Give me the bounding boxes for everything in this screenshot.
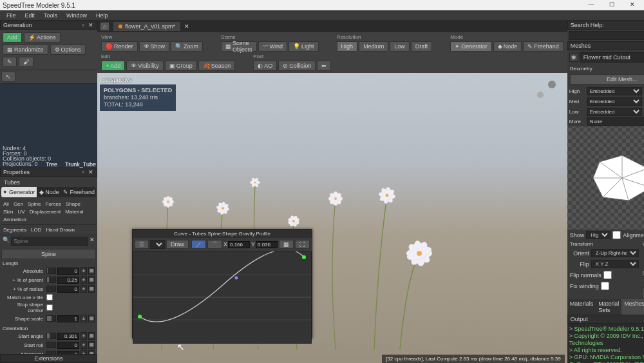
filter-forces[interactable]: Forces: [43, 201, 62, 208]
panel-close-icon[interactable]: ✕: [88, 22, 94, 28]
var-icon[interactable]: ±: [80, 267, 87, 275]
search-help-input[interactable]: [569, 31, 644, 40]
undock-icon[interactable]: ▫: [80, 169, 86, 175]
extensions-bar[interactable]: Extensions: [0, 354, 97, 363]
alignment-checkbox[interactable]: [612, 231, 621, 239]
ao-button[interactable]: ◐ AO: [253, 61, 277, 71]
curve-y-input[interactable]: [256, 241, 278, 248]
minimize-button[interactable]: —: [582, 1, 600, 10]
filter-spine[interactable]: Spine: [26, 201, 43, 208]
lod-more-select[interactable]: None: [587, 117, 644, 126]
filter-disp[interactable]: Displacement: [28, 208, 62, 215]
res-medium-button[interactable]: Medium: [359, 41, 388, 52]
node-graph[interactable]: Tree Trunk_Tube Tubes Leaf Nodes: 4 Forc…: [0, 84, 97, 168]
scene-objects-button[interactable]: ▦ Scene Objects: [221, 41, 257, 52]
menu-file[interactable]: File: [3, 12, 20, 19]
curve-icon[interactable]: ▤: [88, 267, 95, 275]
search-clear-icon[interactable]: ✕: [90, 237, 95, 246]
menu-help[interactable]: Help: [92, 12, 112, 19]
output-log[interactable]: > SpeedTree® Modeler 9.5.1 > Copyright ©…: [567, 324, 644, 363]
tab-matsets[interactable]: Material Sets: [596, 299, 621, 315]
actions-button[interactable]: ⚡ Actions: [24, 32, 61, 43]
maximize-button[interactable]: ☐: [603, 1, 621, 10]
tab-materials[interactable]: Materials: [567, 299, 596, 315]
lod-low-select[interactable]: Embedded: [587, 108, 642, 116]
res-low-button[interactable]: Low: [390, 41, 410, 52]
pct-parent-slider[interactable]: [46, 277, 56, 283]
home-icon[interactable]: ⌂: [100, 22, 109, 31]
panel-close-icon[interactable]: ✕: [88, 169, 94, 175]
add-button[interactable]: Add: [3, 32, 22, 43]
curve-preset-select[interactable]: [150, 240, 165, 249]
subtab-segments[interactable]: Segments: [1, 226, 28, 233]
mesh-preview[interactable]: [567, 126, 644, 230]
group-button[interactable]: ▣ Group: [165, 61, 197, 71]
filter-gen[interactable]: Gen: [12, 201, 25, 208]
lod-high-select[interactable]: Embedded: [587, 87, 642, 95]
render-button[interactable]: 🔴 Render: [101, 41, 138, 52]
flipnormals-checkbox[interactable]: [603, 271, 612, 279]
close-button[interactable]: ✕: [623, 1, 641, 10]
mesh-thumb-icon[interactable]: ❀: [569, 53, 578, 62]
absolute-slider[interactable]: [46, 268, 56, 274]
pill-generator[interactable]: ✦ Generator: [1, 187, 37, 197]
curve-expand-icon[interactable]: ⛶: [295, 240, 310, 249]
filter-animation[interactable]: Animation: [1, 216, 28, 223]
scale-slider[interactable]: [46, 315, 56, 322]
randomize-button[interactable]: ▦ Randomize: [3, 44, 48, 55]
curve-canvas[interactable]: [133, 251, 312, 344]
wind-button[interactable]: 〰 Wind: [258, 41, 288, 52]
fixwinding-checkbox[interactable]: [601, 282, 609, 290]
light-button[interactable]: 💡 Light: [289, 41, 319, 52]
match-checkbox[interactable]: [46, 294, 53, 300]
edit-mesh-button[interactable]: Edit Mesh...: [570, 74, 644, 84]
filter-uv[interactable]: UV: [16, 208, 27, 215]
visibility-button[interactable]: 👁 Visibility: [126, 61, 163, 71]
brush-icon[interactable]: 🖌: [19, 57, 33, 67]
subtab-handdrawn[interactable]: Hand Drawn: [44, 226, 76, 233]
undock-icon[interactable]: ▫: [80, 22, 86, 28]
orient-select[interactable]: Z-Up Right-handed: [591, 249, 639, 257]
flip-select[interactable]: X Y Z: [591, 260, 639, 268]
back-icon[interactable]: ⬅: [317, 61, 331, 71]
res-draft-button[interactable]: Draft: [411, 41, 433, 52]
pill-node[interactable]: ◆ Node: [37, 187, 62, 197]
filter-all[interactable]: All: [1, 201, 11, 208]
spine-section[interactable]: Spine: [1, 249, 96, 259]
filter-skin[interactable]: Skin: [1, 208, 15, 215]
subtab-lod[interactable]: LOD: [29, 226, 43, 233]
select-tool-icon[interactable]: ↖: [1, 72, 15, 82]
pencil-icon[interactable]: ✎: [3, 57, 17, 67]
start-angle-slider[interactable]: [46, 333, 56, 339]
stop-checkbox[interactable]: [46, 304, 53, 311]
curve-x-input[interactable]: [228, 241, 250, 248]
menu-edit[interactable]: Edit: [21, 12, 39, 19]
pct-radius-slider[interactable]: [46, 286, 56, 292]
mode-freehand-button[interactable]: ✎ Freehand: [523, 41, 564, 52]
filter-material[interactable]: Material: [63, 208, 85, 215]
absolute-value[interactable]: 0: [57, 268, 79, 275]
filter-shape[interactable]: Shape: [64, 201, 82, 208]
show-select[interactable]: High: [586, 231, 611, 239]
tab-meshes[interactable]: Meshes: [621, 299, 644, 315]
tab-close-icon[interactable]: ✕: [184, 23, 189, 30]
curve-smooth-icon[interactable]: ⌒: [207, 240, 222, 249]
menu-window[interactable]: Window: [62, 12, 91, 19]
curve-editor[interactable]: Curve - Tubes.Spine:Shape:Gravity.Profil…: [132, 229, 312, 338]
file-tab[interactable]: flower_A_v01.spm*: [113, 22, 180, 31]
season-button[interactable]: 🍂 Season: [198, 61, 236, 71]
lod-med-select[interactable]: Embedded: [587, 97, 642, 106]
mesh-select[interactable]: Flower mid Cutout: [580, 52, 644, 63]
curve-snap-icon[interactable]: ▦: [279, 240, 294, 249]
menu-tools[interactable]: Tools: [40, 12, 61, 19]
zoom-button[interactable]: 🔍 Zoom: [171, 41, 203, 52]
draw-button[interactable]: Draw: [166, 240, 189, 249]
curve-menu-icon[interactable]: ☰: [135, 240, 149, 249]
pill-freehand[interactable]: ✎ Freehand: [62, 187, 96, 197]
res-high-button[interactable]: High: [337, 41, 358, 52]
mode-generator-button[interactable]: ✦ Generator: [450, 41, 492, 52]
mode-node-button[interactable]: ◆ Node: [493, 41, 522, 52]
curve-line-icon[interactable]: ／: [191, 240, 206, 249]
options-button[interactable]: ⚙ Options: [50, 44, 86, 55]
show-button[interactable]: 👁 Show: [139, 41, 170, 52]
